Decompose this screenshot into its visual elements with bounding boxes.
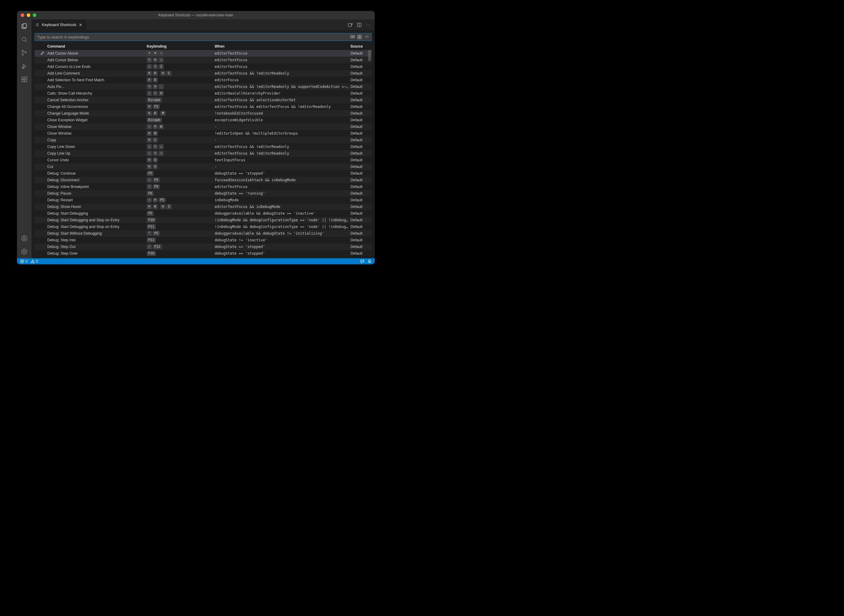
cell-when: editorFocus bbox=[215, 78, 350, 82]
cell-command: Debug: Step Out bbox=[47, 245, 147, 249]
tab-bar: Keyboard Shortcuts ✕ ··· bbox=[32, 19, 375, 30]
cell-keybinding: F5 bbox=[147, 171, 215, 176]
cell-when: debugState != 'inactive' bbox=[215, 238, 350, 242]
cell-source: Default bbox=[350, 191, 369, 195]
table-row[interactable]: Copy Line Up⇧⌥↑editorTextFocus && !edito… bbox=[35, 150, 372, 157]
explorer-icon[interactable] bbox=[21, 22, 28, 30]
cell-keybinding: ⌃F5 bbox=[147, 231, 215, 236]
search-keybindings[interactable] bbox=[35, 33, 372, 41]
table-row[interactable]: Calls: Show Call Hierarchy⇧⌥HeditorHasCa… bbox=[35, 90, 372, 97]
cell-when: editorTextFocus && !editorReadonly bbox=[215, 151, 350, 155]
header-keybinding[interactable]: Keybinding bbox=[147, 44, 215, 48]
open-json-icon[interactable] bbox=[348, 22, 353, 27]
cell-command: Debug: Start Debugging and Stop on Entry bbox=[47, 224, 147, 229]
cell-command: Add Selection To Next Find Match bbox=[47, 78, 147, 82]
cell-source: Default bbox=[350, 251, 369, 255]
cell-keybinding: ⌘D bbox=[147, 78, 215, 82]
status-errors[interactable]: 0 bbox=[20, 259, 28, 263]
table-row[interactable]: Add Cursor Above⌥⌘↑editorTextFocusDefaul… bbox=[35, 50, 372, 57]
accounts-icon[interactable] bbox=[21, 235, 28, 242]
table-row[interactable]: Close Window⇧⌘W-Default bbox=[35, 123, 372, 130]
header-when[interactable]: When bbox=[215, 44, 350, 48]
table-row[interactable]: Debug: Disconnect⇧F5focusedSessionIsAtta… bbox=[35, 177, 372, 183]
table-row[interactable]: Change All Occurrences⌘F2editorTextFocus… bbox=[35, 103, 372, 110]
settings-gear-icon[interactable] bbox=[21, 248, 28, 255]
tab-label: Keyboard Shortcuts bbox=[42, 22, 76, 27]
svg-point-17 bbox=[352, 36, 353, 37]
table-row[interactable]: Auto Fix...⌥⌘.editorTextFocus && !editor… bbox=[35, 84, 372, 90]
cell-keybinding: ⌘X bbox=[147, 164, 215, 169]
svg-point-3 bbox=[22, 54, 23, 55]
cell-keybinding: F6 bbox=[147, 191, 215, 196]
cell-when: textInputFocus bbox=[215, 158, 350, 162]
close-window-button[interactable] bbox=[21, 13, 24, 17]
table-row[interactable]: Add Line Comment⌘K⌘CeditorTextFocus && !… bbox=[35, 70, 372, 77]
tab-keyboard-shortcuts[interactable]: Keyboard Shortcuts ✕ bbox=[32, 19, 86, 30]
more-actions-icon[interactable]: ··· bbox=[366, 22, 371, 27]
table-row[interactable]: Change Language Mode⌘KM!notebookEditorFo… bbox=[35, 110, 372, 117]
status-warnings[interactable]: 0 bbox=[31, 259, 38, 263]
table-row[interactable]: Debug: Show Hover⌘K⌘IeditorTextFocus && … bbox=[35, 204, 372, 210]
cell-when: editorHasCallHierarchyProvider bbox=[215, 91, 350, 95]
close-icon[interactable]: ✕ bbox=[79, 22, 82, 27]
cell-command: Copy Line Up bbox=[47, 151, 147, 155]
svg-point-19 bbox=[354, 36, 354, 37]
cell-command: Debug: Step Into bbox=[47, 238, 147, 242]
table-row[interactable]: Debug: Start Without Debugging⌃F5debugge… bbox=[35, 230, 372, 237]
cell-keybinding: ⌘C bbox=[147, 138, 215, 142]
cell-source: Default bbox=[350, 85, 369, 89]
cell-when: debuggersAvailable && debugState == 'ina… bbox=[215, 211, 350, 216]
table-row[interactable]: Cancel Selection AnchorEscapeeditorTextF… bbox=[35, 97, 372, 103]
header-command[interactable]: Command bbox=[47, 44, 147, 48]
table-row[interactable]: Close Exception WidgetEscapeexceptionWid… bbox=[35, 117, 372, 123]
table-row[interactable]: Cursor Undo⌘UtextInputFocusDefault bbox=[35, 157, 372, 163]
maximize-window-button[interactable] bbox=[33, 13, 37, 17]
cell-command: Debug: Start Debugging and Stop on Entry bbox=[47, 218, 147, 222]
header-source[interactable]: Source bbox=[350, 44, 369, 48]
cell-source: Default bbox=[350, 71, 369, 75]
table-row[interactable]: Debug: PauseF6debugState == 'running'Def… bbox=[35, 190, 372, 197]
table-row[interactable]: Close Window⌘W!editorIsOpen && !multiple… bbox=[35, 130, 372, 137]
status-notifications-icon[interactable] bbox=[368, 259, 372, 263]
source-control-icon[interactable] bbox=[21, 49, 28, 56]
edit-keybinding-icon[interactable] bbox=[40, 51, 47, 56]
table-row[interactable]: Debug: Step IntoF11debugState != 'inacti… bbox=[35, 237, 372, 243]
table-row[interactable]: Copy Line Down⇧⌥↓editorTextFocus && !edi… bbox=[35, 144, 372, 150]
clear-search-icon[interactable] bbox=[365, 35, 369, 39]
record-keys-icon[interactable] bbox=[350, 35, 355, 39]
table-row[interactable]: Debug: Inline Breakpoint⇧F9editorTextFoc… bbox=[35, 183, 372, 190]
cell-keybinding: ⌘F2 bbox=[147, 104, 215, 109]
list-icon bbox=[35, 23, 40, 27]
sort-precedence-icon[interactable] bbox=[358, 35, 362, 39]
cell-when: editorTextFocus && editorTextFocus && !e… bbox=[215, 104, 350, 109]
minimize-window-button[interactable] bbox=[27, 13, 30, 17]
cell-keybinding: ⌘U bbox=[147, 158, 215, 163]
table-row[interactable]: Add Cursor Below⌥⌘↓editorTextFocusDefaul… bbox=[35, 57, 372, 63]
table-row[interactable]: Debug: Start DebuggingF5debuggersAvailab… bbox=[35, 210, 372, 217]
table-row[interactable]: Add Selection To Next Find Match⌘Deditor… bbox=[35, 77, 372, 84]
table-row[interactable]: Add Cursors to Line Ends⇧⌥IeditorTextFoc… bbox=[35, 63, 372, 70]
svg-point-11 bbox=[23, 237, 25, 239]
extensions-icon[interactable] bbox=[21, 76, 28, 83]
cell-when: - bbox=[215, 138, 350, 142]
window-title: Keyboard Shortcuts — vscode-exercises-ma… bbox=[17, 13, 375, 17]
table-row[interactable]: Debug: Start Debugging and Stop on Entry… bbox=[35, 223, 372, 230]
table-row[interactable]: Debug: Step OverF10debugState == 'stoppe… bbox=[35, 250, 372, 257]
table-row[interactable]: Debug: Start Debugging and Stop on Entry… bbox=[35, 217, 372, 223]
search-icon[interactable] bbox=[21, 36, 28, 43]
cell-command: Change All Occurrences bbox=[47, 104, 147, 109]
svg-rect-20 bbox=[352, 37, 353, 37]
table-row[interactable]: Copy⌘C-Default bbox=[35, 137, 372, 144]
table-row[interactable]: Cut⌘X-Default bbox=[35, 163, 372, 170]
debug-icon[interactable] bbox=[21, 62, 28, 70]
table-row[interactable]: Debug: Restart⇧⌘F5inDebugModeDefault bbox=[35, 197, 372, 204]
scrollbar-thumb[interactable] bbox=[368, 50, 371, 61]
svg-rect-24 bbox=[360, 37, 361, 39]
status-feedback-icon[interactable] bbox=[360, 259, 364, 263]
search-input[interactable] bbox=[37, 35, 350, 40]
split-editor-icon[interactable] bbox=[357, 22, 362, 27]
cell-keybinding: Escape bbox=[147, 98, 215, 103]
table-row[interactable]: Debug: ContinueF5debugState == 'stopped'… bbox=[35, 170, 372, 177]
cell-source: Default bbox=[350, 125, 369, 129]
table-row[interactable]: Debug: Step Out⇧F11debugState == 'stoppe… bbox=[35, 243, 372, 250]
